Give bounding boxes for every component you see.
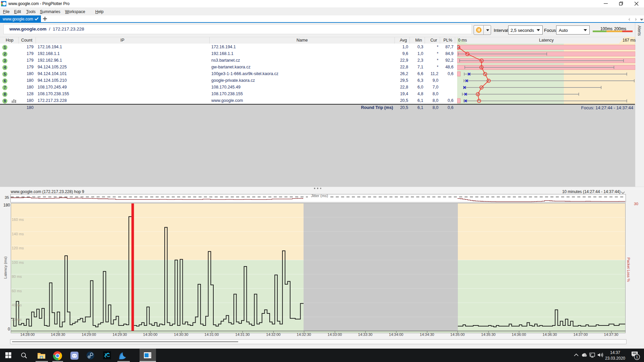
svg-text:1: 1 [636, 355, 638, 359]
